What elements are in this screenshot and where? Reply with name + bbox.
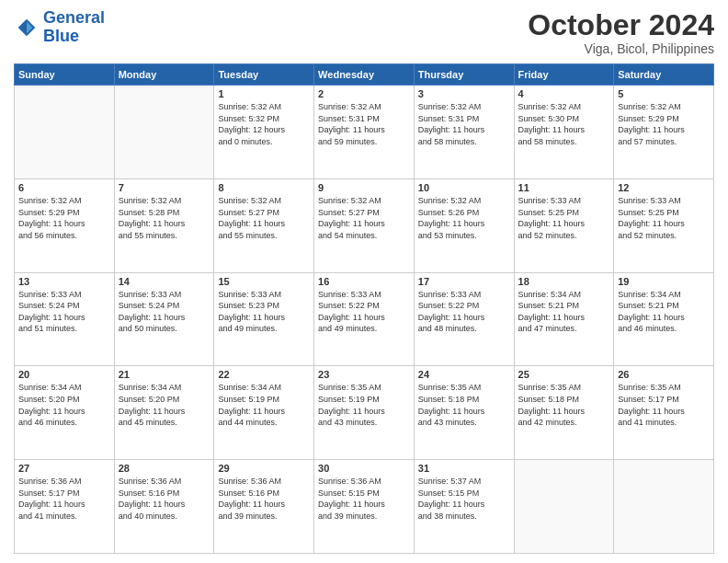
- calendar-cell: 24Sunrise: 5:35 AM Sunset: 5:18 PM Dayli…: [414, 366, 514, 460]
- day-info: Sunrise: 5:37 AM Sunset: 5:15 PM Dayligh…: [418, 476, 510, 522]
- day-info: Sunrise: 5:33 AM Sunset: 5:23 PM Dayligh…: [218, 289, 310, 335]
- header-saturday: Saturday: [614, 64, 714, 86]
- day-number: 28: [119, 463, 210, 474]
- page: General Blue October 2024 Viga, Bicol, P…: [0, 0, 728, 563]
- calendar-week-row-4: 27Sunrise: 5:36 AM Sunset: 5:17 PM Dayli…: [15, 460, 714, 554]
- day-info: Sunrise: 5:34 AM Sunset: 5:21 PM Dayligh…: [518, 289, 610, 335]
- calendar-cell: 23Sunrise: 5:35 AM Sunset: 5:19 PM Dayli…: [314, 366, 415, 460]
- calendar-cell: 31Sunrise: 5:37 AM Sunset: 5:15 PM Dayli…: [414, 460, 514, 554]
- day-info: Sunrise: 5:32 AM Sunset: 5:26 PM Dayligh…: [418, 195, 510, 241]
- calendar-cell: [514, 460, 614, 554]
- day-info: Sunrise: 5:32 AM Sunset: 5:27 PM Dayligh…: [318, 195, 410, 241]
- day-number: 14: [119, 276, 210, 287]
- calendar-cell: 25Sunrise: 5:35 AM Sunset: 5:18 PM Dayli…: [514, 366, 614, 460]
- calendar-cell: 19Sunrise: 5:34 AM Sunset: 5:21 PM Dayli…: [614, 272, 714, 366]
- day-info: Sunrise: 5:32 AM Sunset: 5:28 PM Dayligh…: [119, 195, 210, 241]
- day-number: 18: [518, 276, 610, 287]
- calendar-cell: 9Sunrise: 5:32 AM Sunset: 5:27 PM Daylig…: [314, 178, 415, 272]
- header: General Blue October 2024 Viga, Bicol, P…: [14, 9, 714, 56]
- day-number: 13: [18, 276, 110, 287]
- day-info: Sunrise: 5:35 AM Sunset: 5:19 PM Dayligh…: [318, 382, 410, 428]
- day-info: Sunrise: 5:33 AM Sunset: 5:25 PM Dayligh…: [518, 195, 610, 241]
- day-info: Sunrise: 5:36 AM Sunset: 5:17 PM Dayligh…: [18, 476, 110, 522]
- calendar-cell: 29Sunrise: 5:36 AM Sunset: 5:16 PM Dayli…: [214, 460, 314, 554]
- logo: General Blue: [14, 9, 105, 46]
- subtitle: Viga, Bicol, Philippines: [528, 41, 714, 56]
- day-number: 29: [218, 463, 310, 474]
- day-number: 27: [18, 463, 110, 474]
- day-number: 4: [518, 88, 610, 99]
- day-number: 9: [318, 182, 410, 193]
- header-sunday: Sunday: [15, 64, 115, 86]
- header-tuesday: Tuesday: [214, 64, 314, 86]
- day-info: Sunrise: 5:33 AM Sunset: 5:25 PM Dayligh…: [618, 195, 710, 241]
- day-number: 17: [418, 276, 510, 287]
- day-number: 21: [119, 369, 210, 380]
- calendar-cell: 8Sunrise: 5:32 AM Sunset: 5:27 PM Daylig…: [214, 178, 314, 272]
- header-monday: Monday: [114, 64, 214, 86]
- day-info: Sunrise: 5:32 AM Sunset: 5:31 PM Dayligh…: [318, 101, 410, 147]
- day-number: 8: [218, 182, 310, 193]
- calendar-week-row-3: 20Sunrise: 5:34 AM Sunset: 5:20 PM Dayli…: [15, 366, 714, 460]
- day-info: Sunrise: 5:35 AM Sunset: 5:17 PM Dayligh…: [618, 382, 710, 428]
- header-friday: Friday: [514, 64, 614, 86]
- calendar-cell: 16Sunrise: 5:33 AM Sunset: 5:22 PM Dayli…: [314, 272, 415, 366]
- calendar-cell: 12Sunrise: 5:33 AM Sunset: 5:25 PM Dayli…: [614, 178, 714, 272]
- day-number: 25: [518, 369, 610, 380]
- calendar-cell: 21Sunrise: 5:34 AM Sunset: 5:20 PM Dayli…: [114, 366, 214, 460]
- day-number: 30: [318, 463, 410, 474]
- day-info: Sunrise: 5:36 AM Sunset: 5:15 PM Dayligh…: [318, 476, 410, 522]
- day-number: 5: [618, 88, 710, 99]
- day-number: 11: [518, 182, 610, 193]
- calendar-table: Sunday Monday Tuesday Wednesday Thursday…: [14, 63, 714, 554]
- calendar-cell: 30Sunrise: 5:36 AM Sunset: 5:15 PM Dayli…: [314, 460, 415, 554]
- day-info: Sunrise: 5:35 AM Sunset: 5:18 PM Dayligh…: [518, 382, 610, 428]
- day-info: Sunrise: 5:36 AM Sunset: 5:16 PM Dayligh…: [218, 476, 310, 522]
- logo-text: General Blue: [43, 9, 105, 46]
- day-number: 1: [218, 88, 310, 99]
- day-info: Sunrise: 5:34 AM Sunset: 5:20 PM Dayligh…: [18, 382, 110, 428]
- day-number: 23: [318, 369, 410, 380]
- day-number: 7: [119, 182, 210, 193]
- calendar-cell: [114, 86, 214, 179]
- header-wednesday: Wednesday: [314, 64, 415, 86]
- day-info: Sunrise: 5:32 AM Sunset: 5:29 PM Dayligh…: [18, 195, 110, 241]
- day-number: 15: [218, 276, 310, 287]
- title-section: October 2024 Viga, Bicol, Philippines: [528, 9, 714, 56]
- day-info: Sunrise: 5:33 AM Sunset: 5:24 PM Dayligh…: [18, 289, 110, 335]
- calendar-cell: 15Sunrise: 5:33 AM Sunset: 5:23 PM Dayli…: [214, 272, 314, 366]
- day-number: 20: [18, 369, 110, 380]
- calendar-cell: 3Sunrise: 5:32 AM Sunset: 5:31 PM Daylig…: [414, 86, 514, 179]
- day-number: 19: [618, 276, 710, 287]
- calendar-cell: 20Sunrise: 5:34 AM Sunset: 5:20 PM Dayli…: [15, 366, 115, 460]
- calendar-week-row-0: 1Sunrise: 5:32 AM Sunset: 5:32 PM Daylig…: [15, 86, 714, 179]
- calendar-cell: 26Sunrise: 5:35 AM Sunset: 5:17 PM Dayli…: [614, 366, 714, 460]
- day-info: Sunrise: 5:35 AM Sunset: 5:18 PM Dayligh…: [418, 382, 510, 428]
- logo-icon: [14, 15, 40, 40]
- header-thursday: Thursday: [414, 64, 514, 86]
- day-number: 2: [318, 88, 410, 99]
- day-info: Sunrise: 5:32 AM Sunset: 5:30 PM Dayligh…: [518, 101, 610, 147]
- day-number: 16: [318, 276, 410, 287]
- calendar-cell: 27Sunrise: 5:36 AM Sunset: 5:17 PM Dayli…: [15, 460, 115, 554]
- day-info: Sunrise: 5:32 AM Sunset: 5:32 PM Dayligh…: [218, 101, 310, 147]
- day-info: Sunrise: 5:34 AM Sunset: 5:19 PM Dayligh…: [218, 382, 310, 428]
- day-info: Sunrise: 5:33 AM Sunset: 5:24 PM Dayligh…: [119, 289, 210, 335]
- calendar-week-row-2: 13Sunrise: 5:33 AM Sunset: 5:24 PM Dayli…: [15, 272, 714, 366]
- calendar-cell: 6Sunrise: 5:32 AM Sunset: 5:29 PM Daylig…: [15, 178, 115, 272]
- month-title: October 2024: [528, 9, 714, 41]
- day-number: 22: [218, 369, 310, 380]
- calendar-cell: 14Sunrise: 5:33 AM Sunset: 5:24 PM Dayli…: [114, 272, 214, 366]
- day-number: 6: [18, 182, 110, 193]
- day-info: Sunrise: 5:34 AM Sunset: 5:20 PM Dayligh…: [119, 382, 210, 428]
- day-number: 12: [618, 182, 710, 193]
- calendar-cell: 17Sunrise: 5:33 AM Sunset: 5:22 PM Dayli…: [414, 272, 514, 366]
- calendar-cell: 18Sunrise: 5:34 AM Sunset: 5:21 PM Dayli…: [514, 272, 614, 366]
- day-number: 3: [418, 88, 510, 99]
- calendar-cell: 28Sunrise: 5:36 AM Sunset: 5:16 PM Dayli…: [114, 460, 214, 554]
- day-info: Sunrise: 5:32 AM Sunset: 5:27 PM Dayligh…: [218, 195, 310, 241]
- day-info: Sunrise: 5:32 AM Sunset: 5:31 PM Dayligh…: [418, 101, 510, 147]
- calendar-cell: 1Sunrise: 5:32 AM Sunset: 5:32 PM Daylig…: [214, 86, 314, 179]
- calendar-cell: 7Sunrise: 5:32 AM Sunset: 5:28 PM Daylig…: [114, 178, 214, 272]
- day-number: 31: [418, 463, 510, 474]
